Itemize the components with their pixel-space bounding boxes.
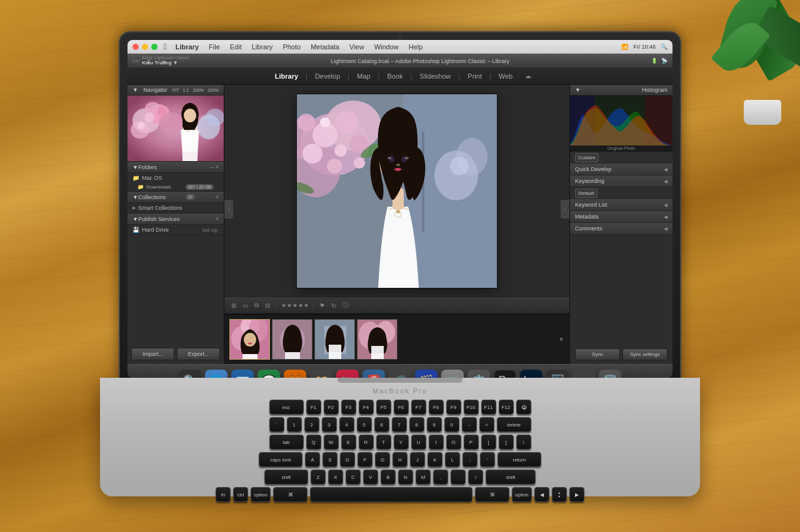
key-q[interactable]: Q xyxy=(306,435,321,450)
metadata-panel[interactable]: Metadata ◀ xyxy=(570,211,672,223)
key-delete[interactable]: delete xyxy=(497,417,531,432)
loupe-view-btn[interactable]: ▭ xyxy=(241,301,250,310)
key-f8[interactable]: F8 xyxy=(429,400,444,415)
key-cmd-l[interactable]: ⌘ xyxy=(273,487,308,502)
key-f5[interactable]: F5 xyxy=(376,400,391,415)
key-comma[interactable]: , xyxy=(433,470,448,485)
folder-macos[interactable]: 📁 Mac OS xyxy=(128,173,224,183)
publish-add-btn[interactable]: + xyxy=(215,215,219,222)
filmstrip-thumb-1[interactable] xyxy=(229,319,270,360)
key-k[interactable]: K xyxy=(428,452,442,467)
dock-lrc[interactable]: Lrc xyxy=(520,370,542,378)
rotate-icon[interactable]: ↻ xyxy=(329,301,338,310)
key-backslash[interactable]: \ xyxy=(516,435,531,450)
tab-library[interactable]: Library xyxy=(269,70,304,82)
star-rating[interactable]: ★ ★ ★ ★ ★ xyxy=(281,302,309,308)
key-8[interactable]: 8 xyxy=(409,417,424,432)
key-x[interactable]: X xyxy=(328,470,343,485)
dock-appstore[interactable]: 🛒 xyxy=(441,370,464,378)
key-z[interactable]: Z xyxy=(311,470,326,485)
key-f7[interactable]: F7 xyxy=(411,400,426,415)
tab-map[interactable]: Map xyxy=(351,70,376,82)
expand-left-panel[interactable]: › xyxy=(224,200,233,219)
photo-menu[interactable]: Photo xyxy=(279,43,304,51)
dock-finder[interactable]: 🔍 xyxy=(179,370,201,378)
key-f1[interactable]: F1 xyxy=(306,400,321,415)
key-esc[interactable]: esc xyxy=(269,400,304,415)
dock-ps[interactable]: Ps xyxy=(494,370,516,378)
filmstrip-scroll-down[interactable]: ▼ xyxy=(558,336,564,343)
key-equals[interactable]: = xyxy=(479,417,494,432)
search-icon[interactable]: 🔍 xyxy=(661,44,668,50)
key-f2[interactable]: F2 xyxy=(324,400,339,415)
key-f[interactable]: F xyxy=(358,452,372,467)
dock-photos[interactable]: 📷 xyxy=(336,370,359,378)
dock-icon-15[interactable]: 🗑️ xyxy=(599,370,621,378)
quick-develop-panel[interactable]: Quick Develop ◀ xyxy=(570,164,672,175)
key-tilde[interactable]: ` xyxy=(269,417,284,432)
key-arrow-right[interactable]: ▶ xyxy=(569,487,584,502)
key-m[interactable]: M xyxy=(416,470,431,485)
key-c[interactable]: C xyxy=(346,470,361,485)
key-s[interactable]: S xyxy=(322,452,338,467)
view-menu[interactable]: View xyxy=(346,43,368,51)
zoom-fit[interactable]: FIT xyxy=(172,88,179,92)
dock-messages[interactable]: 💬 xyxy=(258,370,280,378)
key-a[interactable]: A xyxy=(305,452,320,467)
key-7[interactable]: 7 xyxy=(392,417,407,432)
file-menu[interactable]: File xyxy=(205,43,224,51)
grid-view-btn[interactable]: ⊞ xyxy=(229,301,238,310)
key-b[interactable]: B xyxy=(381,470,396,485)
key-r[interactable]: R xyxy=(359,435,374,450)
key-f10[interactable]: F10 xyxy=(464,400,479,415)
dock-firefox[interactable]: 🦊 xyxy=(284,370,306,378)
key-f12[interactable]: F12 xyxy=(499,400,514,415)
custom-preset-select[interactable]: Custom xyxy=(575,153,599,162)
star-3[interactable]: ★ xyxy=(292,302,298,308)
tab-print[interactable]: Print xyxy=(461,70,488,82)
dock-icon-14[interactable]: 📺 xyxy=(572,370,595,378)
tab-develop[interactable]: Develop xyxy=(309,70,346,82)
key-period[interactable]: . xyxy=(451,470,466,485)
smart-collections-item[interactable]: ▶ Smart Collections xyxy=(128,203,224,213)
key-u[interactable]: U xyxy=(411,435,426,450)
keywording-panel[interactable]: Keywording ◀ xyxy=(570,175,672,187)
key-arrow-left[interactable]: ◀ xyxy=(534,487,549,502)
key-tab[interactable]: tab xyxy=(269,435,304,450)
tab-web[interactable]: Web xyxy=(492,70,519,82)
key-f6[interactable]: F6 xyxy=(394,400,409,415)
key-e[interactable]: E xyxy=(341,435,356,450)
key-y[interactable]: Y xyxy=(394,435,409,450)
key-capslock[interactable]: caps lock xyxy=(259,452,302,467)
key-v[interactable]: V xyxy=(363,470,378,485)
key-n[interactable]: N xyxy=(398,470,413,485)
dock-calendar[interactable]: 📅 xyxy=(362,370,385,378)
hard-drive-item[interactable]: 💾 Hard Drive Set Up. xyxy=(128,225,224,235)
sync-button[interactable]: Sync xyxy=(575,348,620,360)
dock-icon-5[interactable]: 📁 xyxy=(310,370,332,378)
key-semicolon[interactable]: ; xyxy=(462,452,478,467)
publish-header[interactable]: ▼ Publish Services + xyxy=(128,214,224,225)
default-preset-select[interactable]: Default xyxy=(575,189,598,198)
key-w[interactable]: W xyxy=(324,435,339,450)
cloud-icon[interactable]: ☁ xyxy=(525,72,531,79)
key-5[interactable]: 5 xyxy=(357,417,372,432)
import-button[interactable]: Import... xyxy=(131,348,174,360)
key-6[interactable]: 6 xyxy=(374,417,389,432)
key-o[interactable]: O xyxy=(446,435,461,450)
keyword-list-panel[interactable]: Keyword List ◀ xyxy=(570,199,672,211)
navigator-header[interactable]: ▼ Navigator FIT 1:1 100% 200% xyxy=(128,85,224,96)
app-name-menu[interactable]: Library xyxy=(172,43,202,51)
minimize-button[interactable] xyxy=(142,44,148,50)
key-t[interactable]: T xyxy=(376,435,391,450)
maximize-button[interactable] xyxy=(151,44,158,50)
key-g[interactable]: G xyxy=(375,452,390,467)
key-rbracket[interactable]: ] xyxy=(499,435,514,450)
star-1[interactable]: ★ xyxy=(281,302,286,308)
tab-book[interactable]: Book xyxy=(381,70,409,82)
survey-view-btn[interactable]: ⊟ xyxy=(263,301,272,310)
key-cmd-r[interactable]: ⌘ xyxy=(475,487,509,502)
key-arrow-up-down[interactable]: ▲▼ xyxy=(552,487,567,502)
key-shift-r[interactable]: shift xyxy=(486,470,536,485)
dock-icon-13[interactable]: 🖥️ xyxy=(546,370,569,378)
